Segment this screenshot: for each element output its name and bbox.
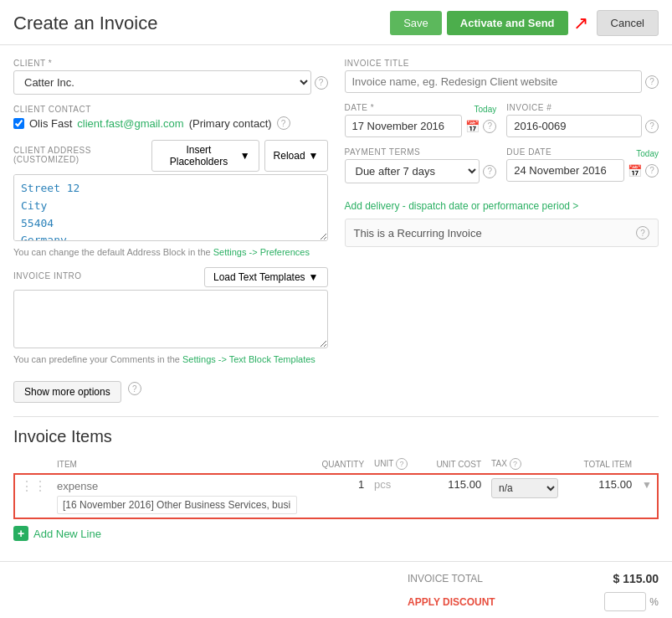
items-table-head: ITEM QUANTITY UNIT ? UNIT COST TAX ? TOT… bbox=[14, 455, 658, 474]
invoice-title-field-group: INVOICE TITLE ? bbox=[345, 59, 659, 93]
date-calendar-icon[interactable]: 📅 bbox=[465, 120, 480, 133]
cancel-button[interactable]: Cancel bbox=[597, 10, 659, 36]
invoice-num-row: ? bbox=[506, 115, 659, 137]
drag-col-header bbox=[14, 455, 52, 474]
date-today-label: Today bbox=[475, 105, 497, 114]
invoice-title-input[interactable] bbox=[345, 70, 643, 93]
client-address-field-group: CLIENT ADDRESS (CUSTOMIZED) Insert Place… bbox=[13, 140, 328, 257]
payment-terms-help-icon[interactable]: ? bbox=[483, 165, 496, 178]
payment-due-row: PAYMENT TERMS Due after 7 days ? DUE DAT… bbox=[345, 147, 659, 193]
settings-link[interactable]: Settings -> Preferences bbox=[213, 247, 310, 257]
date-help-icon[interactable]: ? bbox=[483, 120, 496, 133]
address-buttons: Insert Placeholders ▼ Reload ▼ bbox=[151, 140, 327, 172]
client-address-textarea[interactable]: Street 12 City 55404 Germany bbox=[13, 174, 328, 241]
invoice-intro-header: INVOICE INTRO Load Text Templates ▼ bbox=[13, 267, 328, 287]
client-contact-tag: (Primary contact) bbox=[189, 117, 272, 130]
tax-select[interactable]: n/a bbox=[491, 478, 558, 498]
item-col-header: ITEM bbox=[52, 455, 302, 474]
client-contact-name: Olis Fast bbox=[29, 117, 72, 130]
tax-help-icon[interactable]: ? bbox=[510, 458, 521, 470]
invoice-items-title: Invoice Items bbox=[13, 416, 659, 446]
client-input-row: Catter Inc. ? bbox=[13, 70, 328, 95]
date-input-row: 📅 ? bbox=[345, 115, 497, 137]
invoice-intro-field-group: INVOICE INTRO Load Text Templates ▼ You … bbox=[13, 267, 328, 364]
client-help-icon[interactable]: ? bbox=[315, 76, 328, 90]
client-address-label: CLIENT ADDRESS (CUSTOMIZED) bbox=[13, 146, 151, 164]
recurring-help-icon[interactable]: ? bbox=[636, 226, 649, 239]
drag-handle-cell: ⋮⋮ bbox=[14, 474, 52, 518]
invoice-num-help-icon[interactable]: ? bbox=[645, 120, 659, 133]
delivery-link[interactable]: Add delivery - dispatch date or performa… bbox=[345, 200, 659, 212]
client-field-group: CLIENT * Catter Inc. ? bbox=[13, 59, 328, 95]
discount-input-row: % bbox=[604, 592, 659, 611]
insert-placeholders-button[interactable]: Insert Placeholders ▼ bbox=[151, 140, 259, 172]
page-title: Create an Invoice bbox=[13, 13, 157, 34]
unit-cell: pcs bbox=[369, 474, 419, 518]
date-input[interactable] bbox=[345, 115, 463, 137]
invoice-title-help-icon[interactable]: ? bbox=[645, 75, 659, 89]
quantity-col-header: QUANTITY bbox=[302, 455, 369, 474]
invoice-title-label: INVOICE TITLE bbox=[345, 59, 659, 68]
invoice-intro-textarea[interactable] bbox=[13, 290, 328, 348]
recurring-text: This is a Recurring Invoice bbox=[354, 227, 482, 239]
date-invoice-row: DATE * Today 📅 ? INVOICE # ? bbox=[345, 103, 659, 147]
table-row: ⋮⋮ pcs n/a bbox=[14, 474, 658, 518]
apply-discount-row: APPLY DISCOUNT % bbox=[408, 589, 659, 615]
page-header: Create an Invoice Save Activate and Send… bbox=[0, 0, 672, 45]
form-left: CLIENT * Catter Inc. ? CLIENT CONTACT Ol… bbox=[13, 59, 328, 403]
contact-help-icon[interactable]: ? bbox=[277, 116, 290, 130]
unit-cost-cell bbox=[419, 474, 486, 518]
save-button[interactable]: Save bbox=[390, 11, 442, 35]
client-contact-field-group: CLIENT CONTACT Olis Fast client.fast@gma… bbox=[13, 105, 328, 130]
total-cell: 115.00 bbox=[570, 474, 637, 518]
load-text-chevron-icon: ▼ bbox=[309, 271, 319, 283]
form-body: CLIENT * Catter Inc. ? CLIENT CONTACT Ol… bbox=[0, 45, 672, 416]
show-more-options-button[interactable]: Show more options bbox=[13, 381, 121, 403]
payment-terms-label: PAYMENT TERMS bbox=[345, 147, 497, 157]
address-hint: You can change the default Address Block… bbox=[13, 247, 328, 257]
invoice-intro-label: INVOICE INTRO bbox=[13, 271, 82, 281]
due-date-input-row: 📅 ? bbox=[506, 159, 659, 182]
add-new-line-button[interactable]: + Add New Line bbox=[13, 519, 101, 548]
text-block-templates-link[interactable]: Settings -> Text Block Templates bbox=[182, 354, 315, 364]
form-right: INVOICE TITLE ? DATE * Today 📅 ? INV bbox=[345, 59, 659, 403]
client-select[interactable]: Catter Inc. bbox=[13, 70, 311, 95]
client-contact-checkbox[interactable] bbox=[13, 118, 24, 129]
tax-col-header: TAX ? bbox=[486, 455, 570, 474]
reload-button[interactable]: Reload ▼ bbox=[264, 140, 328, 172]
tax-cell: n/a bbox=[486, 474, 570, 518]
show-more-label: Show more options bbox=[24, 386, 110, 398]
expand-icon[interactable]: ▼ bbox=[642, 479, 652, 491]
client-contact-row: Olis Fast client.fast@gmail.com (Primary… bbox=[13, 116, 328, 130]
payment-terms-select[interactable]: Due after 7 days bbox=[345, 159, 480, 183]
items-table: ITEM QUANTITY UNIT ? UNIT COST TAX ? TOT… bbox=[13, 455, 659, 519]
item-description-input[interactable] bbox=[57, 496, 297, 514]
unit-cost-col-header: UNIT COST bbox=[419, 455, 486, 474]
client-contact-email[interactable]: client.fast@gmail.com bbox=[77, 117, 183, 130]
show-more-help-icon[interactable]: ? bbox=[128, 382, 141, 395]
discount-pct: % bbox=[649, 596, 659, 608]
due-date-input[interactable] bbox=[506, 159, 624, 182]
quantity-input[interactable] bbox=[331, 478, 364, 491]
unit-cost-input[interactable] bbox=[431, 478, 481, 491]
item-name-input[interactable] bbox=[57, 478, 297, 494]
client-label: CLIENT * bbox=[13, 59, 328, 68]
quantity-cell bbox=[302, 474, 369, 518]
invoice-total-row: INVOICE TOTAL $ 115.00 bbox=[408, 569, 659, 589]
invoice-num-input[interactable] bbox=[506, 115, 642, 137]
insert-chevron-icon: ▼ bbox=[240, 150, 250, 162]
invoice-num-label: INVOICE # bbox=[506, 103, 659, 112]
due-date-calendar-icon[interactable]: 📅 bbox=[628, 164, 642, 178]
unit-help-icon[interactable]: ? bbox=[396, 458, 408, 470]
load-text-templates-button[interactable]: Load Text Templates ▼ bbox=[204, 267, 328, 287]
discount-input[interactable] bbox=[604, 592, 646, 611]
expand-col-header bbox=[637, 455, 658, 474]
drag-handle-icon[interactable]: ⋮⋮ bbox=[20, 479, 47, 493]
add-line-label: Add New Line bbox=[33, 528, 101, 540]
activate-send-button[interactable]: Activate and Send bbox=[447, 11, 568, 35]
due-date-label: DUE DATE bbox=[506, 147, 551, 157]
due-date-help-icon[interactable]: ? bbox=[645, 164, 659, 178]
apply-discount-label: APPLY DISCOUNT bbox=[408, 596, 495, 608]
invoice-total-value: $ 115.00 bbox=[613, 572, 659, 585]
load-text-label: Load Text Templates bbox=[213, 271, 305, 283]
